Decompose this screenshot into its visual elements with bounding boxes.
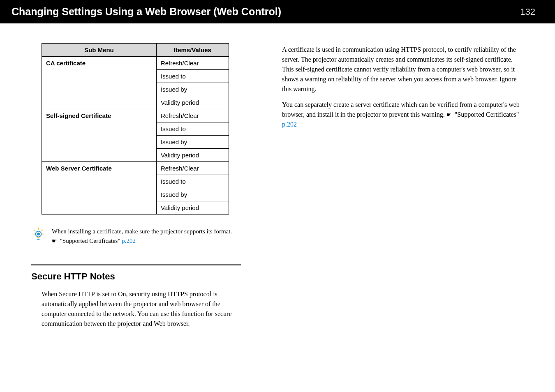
right-column: A certificate is used in communication u… xyxy=(282,43,524,329)
table-row: CA certificate Refresh/Clear xyxy=(42,57,229,70)
table-cell: Issued by xyxy=(156,136,229,149)
table-cell: Refresh/Clear xyxy=(156,109,229,122)
table-cell: Issued by xyxy=(156,83,229,96)
content-area: Sub Menu Items/Values CA certificate Ref… xyxy=(0,43,555,329)
note-line1: When installing a certificate, make sure… xyxy=(52,228,232,235)
table-group-label: Web Server Certificate xyxy=(42,162,157,214)
pointer-icon: ☛ xyxy=(446,111,452,119)
section-divider xyxy=(31,264,241,265)
table-cell: Issued to xyxy=(156,175,229,188)
table-row: Self-signed Certificate Refresh/Clear xyxy=(42,109,229,122)
pointer-icon: ☛ xyxy=(52,237,57,245)
page-title: Changing Settings Using a Web Browser (W… xyxy=(12,6,281,18)
header-bar: Changing Settings Using a Web Browser (W… xyxy=(0,0,555,23)
svg-point-6 xyxy=(37,233,40,235)
table-cell: Issued to xyxy=(156,122,229,136)
table-cell: Validity period xyxy=(156,96,229,109)
table-row: Web Server Certificate Refresh/Clear xyxy=(42,162,229,175)
page-ref-link[interactable]: p.202 xyxy=(120,238,136,244)
note-text: When installing a certificate, make sure… xyxy=(52,227,232,245)
table-header-items: Items/Values xyxy=(156,44,229,57)
page-ref-link[interactable]: p.202 xyxy=(282,121,297,128)
table-cell: Validity period xyxy=(156,149,229,162)
table-cell: Issued by xyxy=(156,188,229,201)
svg-line-1 xyxy=(34,230,36,231)
page-number: 132 xyxy=(520,7,543,17)
svg-rect-7 xyxy=(37,237,39,239)
table-cell: Refresh/Clear xyxy=(156,57,229,70)
left-column: Sub Menu Items/Values CA certificate Ref… xyxy=(31,43,241,329)
section-heading: Secure HTTP Notes xyxy=(31,271,241,282)
note-ref-text: "Supported Certificates" xyxy=(60,238,120,244)
table-group-label: Self-signed Certificate xyxy=(42,109,157,162)
right-para2: You can separately create a server certi… xyxy=(282,100,524,129)
table-group-label: CA certificate xyxy=(42,57,157,109)
certificate-table: Sub Menu Items/Values CA certificate Ref… xyxy=(42,43,229,214)
right-ref-text: "Supported Certificates" xyxy=(455,111,519,118)
table-cell: Refresh/Clear xyxy=(156,162,229,175)
section-body: When Secure HTTP is set to On, security … xyxy=(42,289,241,329)
table-cell: Validity period xyxy=(156,201,229,214)
svg-line-2 xyxy=(42,230,43,231)
right-para1: A certificate is used in communication u… xyxy=(282,45,524,94)
table-cell: Issued to xyxy=(156,70,229,83)
table-header-submenu: Sub Menu xyxy=(42,44,157,57)
svg-rect-8 xyxy=(37,239,39,240)
lightbulb-icon xyxy=(31,227,46,241)
note-callout: When installing a certificate, make sure… xyxy=(31,227,241,245)
